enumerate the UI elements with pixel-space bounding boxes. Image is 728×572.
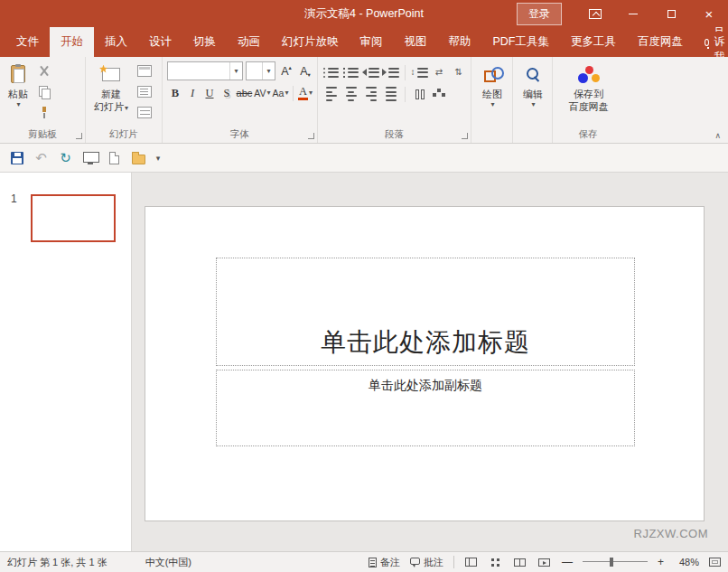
line-spacing-button[interactable]: ↕	[411, 63, 428, 81]
tab-transitions[interactable]: 切换	[182, 27, 227, 57]
tell-me-button[interactable]: 告诉我	[694, 27, 728, 57]
language-indicator[interactable]: 中文(中国)	[145, 556, 191, 569]
zoom-level[interactable]: 48%	[674, 557, 699, 567]
tab-slideshow[interactable]: 幻灯片放映	[271, 27, 350, 57]
new-slide-button[interactable]: 新建幻灯片▾	[89, 60, 133, 124]
normal-view-button[interactable]	[464, 556, 479, 568]
tab-insert[interactable]: 插入	[94, 27, 138, 57]
slide[interactable]: 单击此处添加标题 单击此处添加副标题	[145, 206, 705, 521]
slide-sorter-button[interactable]	[489, 556, 503, 568]
editing-canvas: 单击此处添加标题 单击此处添加副标题 RJZXW.COM	[132, 173, 728, 551]
close-button[interactable]: ×	[690, 0, 728, 27]
character-spacing-button[interactable]: AV▾	[254, 84, 271, 102]
align-text-button[interactable]: ⇅	[450, 63, 467, 81]
align-right-button[interactable]	[362, 85, 379, 103]
change-case-button[interactable]: Aa▾	[272, 84, 289, 102]
clipboard-group-label: 剪贴板	[0, 128, 85, 141]
collapse-ribbon-button[interactable]: ∧	[714, 131, 721, 140]
smartart-convert-button[interactable]	[431, 85, 448, 103]
comments-button[interactable]: 批注	[410, 556, 443, 569]
align-center-button[interactable]	[342, 85, 359, 103]
open-file-button[interactable]	[127, 146, 150, 169]
zoom-slider[interactable]	[583, 557, 648, 567]
login-button[interactable]: 登录	[517, 3, 562, 25]
tab-file[interactable]: 文件	[5, 27, 50, 57]
decrease-indent-button[interactable]	[362, 63, 379, 81]
subtitle-placeholder[interactable]: 单击此处添加副标题	[216, 370, 635, 446]
start-slideshow-button[interactable]	[79, 146, 101, 169]
tab-animations[interactable]: 动画	[227, 27, 271, 57]
clipboard-dialog-launcher[interactable]	[76, 133, 82, 139]
slide-thumbnail[interactable]	[31, 194, 116, 242]
zoom-in-button[interactable]: +	[658, 556, 664, 568]
format-painter-button[interactable]	[34, 104, 54, 121]
notes-button[interactable]: 备注	[369, 556, 400, 569]
magnifier-icon	[526, 67, 541, 81]
tab-home[interactable]: 开始	[50, 27, 94, 57]
section-button[interactable]	[135, 104, 154, 121]
tab-review[interactable]: 审阅	[350, 27, 394, 57]
save-icon	[11, 152, 23, 164]
grow-font-button[interactable]: A▴	[278, 62, 294, 80]
copy-button[interactable]	[34, 83, 54, 100]
editing-button[interactable]: 编辑 ▾	[517, 60, 549, 111]
paragraph-dialog-launcher[interactable]	[462, 133, 468, 139]
tab-baidu-pan[interactable]: 百度网盘	[627, 27, 694, 57]
zoom-slider-thumb[interactable]	[610, 558, 613, 567]
italic-button[interactable]: I	[184, 84, 201, 102]
bold-button[interactable]: B	[167, 84, 183, 102]
ribbon-options-icon	[589, 9, 602, 19]
increase-indent-button[interactable]	[382, 63, 399, 81]
font-size-combobox[interactable]: ▾	[246, 61, 275, 80]
maximize-button[interactable]	[652, 0, 690, 27]
title-bar: 演示文稿4 - PowerPoint 登录 ×	[0, 0, 728, 27]
reading-view-button[interactable]	[513, 556, 527, 568]
chevron-down-icon: ▾	[531, 101, 535, 108]
tab-view[interactable]: 视图	[394, 27, 438, 57]
new-slide-icon	[102, 68, 120, 81]
columns-button[interactable]	[411, 85, 428, 103]
justify-button[interactable]	[382, 85, 399, 103]
bullets-button[interactable]	[322, 63, 340, 81]
customize-qat-button[interactable]: ▾	[152, 154, 164, 163]
slide-number: 1	[11, 192, 17, 205]
fit-to-window-button[interactable]	[709, 558, 721, 567]
text-shadow-button[interactable]: S	[219, 84, 235, 102]
justify-icon	[386, 87, 397, 101]
paste-clipboard-icon	[11, 65, 25, 83]
text-direction-button[interactable]: ⇄	[431, 63, 448, 81]
layout-button[interactable]	[135, 62, 154, 80]
close-icon: ×	[705, 7, 714, 21]
font-color-button[interactable]: A▾	[297, 84, 313, 102]
minimize-button[interactable]	[614, 0, 652, 27]
undo-button[interactable]: ↶	[30, 146, 52, 169]
spacing-lines	[417, 68, 428, 78]
font-name-combobox[interactable]: ▾	[167, 61, 243, 80]
normal-view-icon	[465, 558, 477, 567]
strikethrough-button[interactable]: abc	[236, 84, 253, 102]
tab-more-tools[interactable]: 更多工具	[560, 27, 627, 57]
redo-button[interactable]: ↻	[54, 146, 77, 169]
paste-button[interactable]: 粘贴 ▾	[4, 60, 33, 124]
title-placeholder[interactable]: 单击此处添加标题	[216, 258, 635, 366]
zoom-out-button[interactable]: —	[562, 556, 573, 568]
reset-button[interactable]	[135, 83, 154, 100]
slideshow-view-button[interactable]	[537, 556, 552, 568]
powerpoint-window: 演示文稿4 - PowerPoint 登录 × 文件 开始 插入 设计 切换 动…	[0, 0, 728, 572]
ribbon-display-options-button[interactable]	[576, 0, 614, 27]
drawing-button[interactable]: 绘图 ▾	[475, 60, 509, 111]
save-to-baidu-pan-button[interactable]: 保存到百度网盘	[556, 60, 621, 117]
tab-help[interactable]: 帮助	[438, 27, 482, 57]
bullets-lines	[328, 68, 339, 78]
underline-button[interactable]: U	[201, 84, 218, 102]
tab-design[interactable]: 设计	[138, 27, 182, 57]
new-document-button[interactable]	[103, 146, 126, 169]
font-group: ▾ ▾ A▴ A▾ B I U S abc AV▾ Aa▾ A▾ 字体	[163, 57, 318, 143]
align-left-button[interactable]	[322, 85, 340, 103]
numbering-button[interactable]	[342, 63, 359, 81]
save-button[interactable]	[5, 146, 28, 169]
shrink-font-button[interactable]: A▾	[297, 62, 313, 80]
cut-button[interactable]	[34, 62, 54, 80]
font-dialog-launcher[interactable]	[308, 133, 314, 139]
tab-pdf-tools[interactable]: PDF工具集	[482, 27, 561, 57]
